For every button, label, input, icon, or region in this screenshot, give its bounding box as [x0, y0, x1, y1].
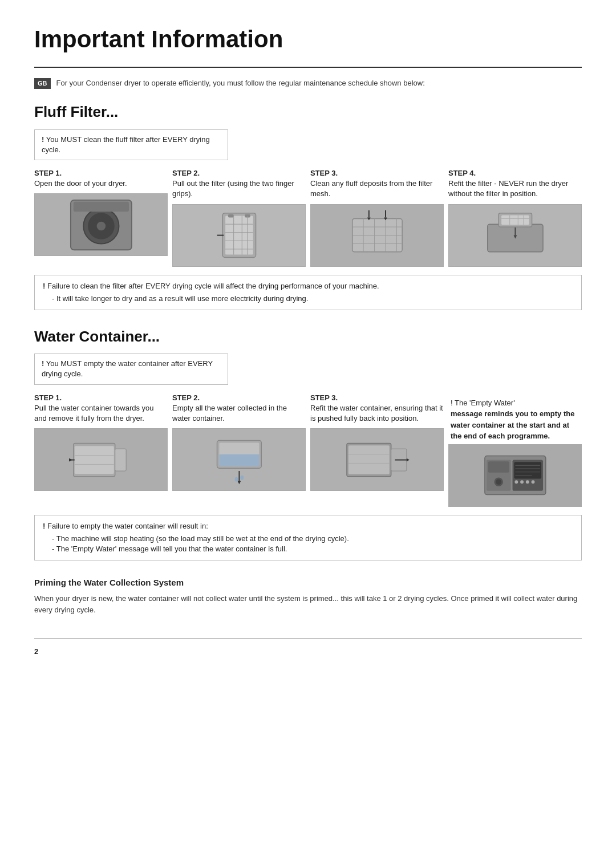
priming-text: When your dryer is new, the water contai…: [34, 593, 582, 615]
water-step3-image: [310, 428, 444, 491]
water-step4-image: [448, 444, 582, 507]
water-step-2: STEP 2. Empty all the water collected in…: [172, 393, 306, 507]
water-warning-item-1: The machine will stop heating (so the lo…: [52, 534, 573, 544]
svg-point-64: [525, 480, 529, 484]
fluff-filter-title: Fluff Filter...: [34, 101, 582, 122]
water-step4-notice-col: ! The 'Empty Water' message reminds you …: [448, 393, 582, 507]
svg-rect-54: [348, 445, 389, 474]
fluff-notice-exclaim: !: [42, 135, 44, 144]
water-step-1: STEP 1. Pull the water container towards…: [34, 393, 168, 507]
water-step4-notice: ! The 'Empty Water' message reminds you …: [448, 393, 582, 442]
top-divider: [34, 67, 582, 68]
fluff-warning-line1: ! Failure to clean the filter after EVER…: [43, 281, 573, 291]
fluff-notice-box: ! You MUST clean the fluff filter after …: [34, 129, 228, 160]
water-step1-label: STEP 1. Pull the water container towards…: [34, 393, 168, 424]
fluff-step2-label: STEP 2. Pull out the filter (using the t…: [172, 168, 306, 200]
fluff-steps-row: STEP 1. Open the door of your dryer. STE…: [34, 168, 582, 267]
svg-rect-40: [74, 446, 114, 474]
bottom-divider: [34, 638, 582, 639]
page-title: Important Information: [34, 23, 582, 56]
fluff-step1-label: STEP 1. Open the door of your dryer.: [34, 168, 168, 189]
svg-rect-67: [488, 461, 509, 472]
priming-title: Priming the Water Collection System: [34, 576, 582, 588]
svg-rect-31: [501, 216, 529, 225]
water-step2-image: [172, 428, 306, 491]
fluff-step-2: STEP 2. Pull out the filter (using the t…: [172, 168, 306, 267]
water-step4-notice-line1: ! The 'Empty Water': [451, 399, 515, 407]
water-step2-label: STEP 2. Empty all the water collected in…: [172, 393, 306, 424]
fluff-step2-image: [172, 204, 306, 267]
water-step3-label: STEP 3. Refit the water container, ensur…: [310, 393, 444, 424]
svg-point-50: [234, 477, 238, 481]
water-step-3: STEP 3. Refit the water container, ensur…: [310, 393, 444, 507]
fluff-step-3: STEP 3. Clean any fluff deposits from th…: [310, 168, 444, 267]
svg-point-69: [496, 479, 501, 485]
water-notice-box: ! You MUST empty the water container aft…: [34, 354, 228, 384]
svg-point-62: [514, 480, 518, 484]
fluff-step4-label: STEP 4. Refit the filter - NEVER run the…: [448, 168, 582, 200]
water-container-title: Water Container...: [34, 326, 582, 347]
svg-marker-49: [237, 481, 241, 484]
water-steps-row: STEP 1. Pull the water container towards…: [34, 393, 582, 507]
fluff-step3-label: STEP 3. Clean any fluff deposits from th…: [310, 168, 444, 200]
fluff-step-4: STEP 4. Refit the filter - NEVER run the…: [448, 168, 582, 267]
water-notice-text: You MUST empty the water container after…: [42, 359, 213, 378]
water-warning-item-2: The 'Empty Water' message will tell you …: [52, 544, 573, 554]
svg-marker-58: [407, 458, 410, 461]
svg-point-63: [520, 480, 524, 484]
svg-rect-4: [73, 202, 128, 212]
fluff-step4-image: [448, 204, 582, 267]
fluff-notice-text: You MUST clean the fluff filter after EV…: [42, 135, 210, 154]
water-warning-list: The machine will stop heating (so the lo…: [43, 534, 573, 554]
water-notice-exclaim: !: [42, 359, 44, 368]
svg-rect-7: [228, 214, 234, 218]
svg-marker-44: [69, 458, 72, 461]
water-step1-image: [34, 428, 168, 491]
page-number: 2: [34, 647, 582, 657]
svg-rect-47: [219, 454, 259, 466]
fluff-warning-list: It will take longer to dry and as a resu…: [43, 294, 573, 304]
svg-rect-61: [514, 462, 541, 478]
fluff-step3-image: [310, 204, 444, 267]
intro-text: For your Condenser dryer to operate effi…: [56, 78, 425, 88]
svg-point-3: [96, 221, 106, 230]
svg-point-51: [240, 475, 244, 480]
fluff-warning-item: It will take longer to dry and as a resu…: [52, 294, 573, 304]
water-warning-line1: ! Failure to empty the water container w…: [43, 521, 573, 531]
intro-row: GB For your Condenser dryer to operate e…: [34, 78, 582, 89]
water-warning-box: ! Failure to empty the water container w…: [34, 515, 582, 561]
fluff-step-1: STEP 1. Open the door of your dryer.: [34, 168, 168, 267]
fluff-step1-image: [34, 193, 168, 256]
svg-point-65: [531, 480, 534, 484]
water-step4-notice-bold: message reminds you to empty the water c…: [451, 409, 574, 440]
svg-rect-39: [115, 449, 125, 471]
gb-label: GB: [34, 78, 51, 89]
fluff-warning-box: ! Failure to clean the filter after EVER…: [34, 275, 582, 310]
